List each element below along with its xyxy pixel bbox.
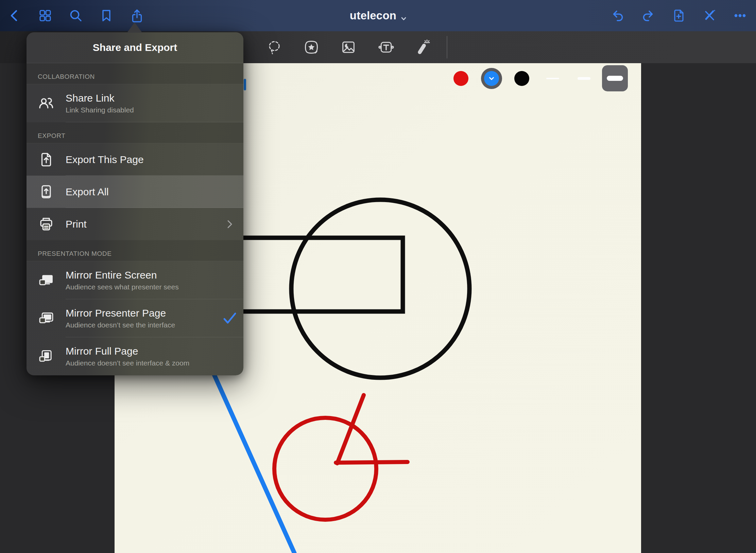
popover-arrow — [127, 22, 142, 33]
menu-item-title: Share Link — [66, 92, 216, 104]
menu-item-print[interactable]: Print — [27, 208, 243, 240]
document-title-label: utelecon — [350, 9, 396, 22]
menu-item-title: Print — [66, 218, 216, 230]
export-all-icon — [27, 183, 66, 200]
color-swatch-red[interactable] — [453, 71, 468, 86]
top-navbar: utelecon — [0, 0, 756, 31]
printer-icon — [27, 216, 66, 233]
share-export-popover: Share and Export COLLABORATION Share Lin… — [27, 32, 243, 375]
menu-item-title: Mirror Full Page — [66, 345, 216, 357]
popover-title: Share and Export — [27, 32, 243, 63]
section-label-export: EXPORT — [27, 122, 243, 143]
people-icon — [27, 94, 66, 112]
menu-item-subtitle: Audience sees what presenter sees — [66, 283, 216, 291]
shapes-sticker-icon[interactable] — [301, 31, 322, 63]
color-swatch-black[interactable] — [514, 71, 529, 86]
menu-item-title: Export All — [66, 186, 216, 197]
stroke-width-thick-bar — [607, 76, 623, 81]
section-label-collaboration: COLLABORATION — [27, 63, 243, 84]
mirror-screen-icon — [27, 309, 66, 327]
lasso-icon[interactable] — [264, 31, 285, 63]
image-icon[interactable] — [338, 31, 359, 63]
undo-icon[interactable] — [610, 8, 625, 23]
menu-item-title: Export This Page — [66, 154, 216, 165]
mirror-screen-icon — [27, 271, 66, 289]
menu-item-export-this-page[interactable]: Export This Page — [27, 143, 243, 176]
mirror-screen-icon — [27, 347, 66, 365]
text-icon[interactable] — [376, 31, 396, 63]
add-page-icon[interactable] — [671, 8, 687, 23]
menu-item-subtitle: Link Sharing disabled — [66, 106, 216, 114]
section-label-presentation-mode: PRESENTATION MODE — [27, 240, 243, 261]
stroke-width-thin[interactable] — [546, 78, 559, 79]
menu-item-mirror-entire-screen[interactable]: Mirror Entire Screen Audience sees what … — [27, 261, 243, 299]
menu-item-title: Mirror Entire Screen — [66, 269, 216, 281]
stroke-width-medium[interactable] — [578, 77, 590, 80]
menu-item-subtitle: Audience doesn’t see interface & zoom — [66, 359, 216, 367]
stroke-width-thick-selected[interactable] — [602, 65, 628, 91]
menu-item-mirror-full-page[interactable]: Mirror Full Page Audience doesn’t see in… — [27, 337, 243, 375]
menu-item-title: Mirror Presenter Page — [66, 307, 216, 319]
color-swatch-blue-selected[interactable] — [481, 68, 502, 89]
selected-tool-indicator — [244, 79, 246, 90]
menu-item-mirror-presenter-page[interactable]: Mirror Presenter Page Audience doesn’t s… — [27, 299, 243, 337]
laser-pointer-icon[interactable] — [412, 31, 433, 63]
toolbar-divider — [447, 36, 447, 58]
chevron-right-icon — [227, 220, 233, 229]
checkmark-icon — [222, 312, 237, 324]
export-page-icon — [27, 151, 66, 168]
menu-item-subtitle: Audience doesn’t see the interface — [66, 321, 216, 329]
swatch-chevron-down-icon — [489, 77, 494, 81]
redo-icon[interactable] — [640, 8, 656, 23]
menu-item-share-link[interactable]: Share Link Link Sharing disabled — [27, 84, 243, 122]
menu-item-export-all[interactable]: Export All — [27, 176, 243, 208]
pen-toggle-icon[interactable] — [702, 8, 717, 23]
more-icon[interactable] — [732, 8, 748, 23]
title-chevron-down-icon — [401, 10, 406, 23]
